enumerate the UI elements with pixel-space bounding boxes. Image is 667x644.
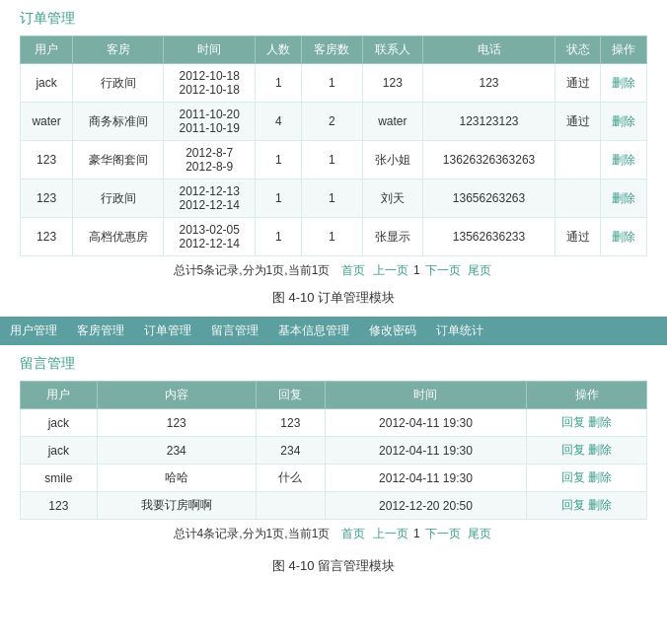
order-room: 行政间: [73, 64, 164, 103]
nav-item-4[interactable]: 基本信息管理: [268, 317, 359, 345]
navigation-bar: 用户管理客房管理订单管理留言管理基本信息管理修改密码订单统计: [0, 317, 667, 345]
order-time: 2012-8-72012-8-9: [163, 141, 256, 179]
msg-last-page[interactable]: 尾页: [468, 527, 491, 540]
order-user: 123: [21, 218, 73, 256]
order-action[interactable]: 删除: [601, 103, 647, 141]
order-delete-link[interactable]: 删除: [612, 114, 635, 128]
msg-col-user: 用户: [21, 382, 98, 409]
msg-action-link[interactable]: 回复: [561, 415, 585, 429]
message-pagination: 总计4条记录,分为1页,当前1页 首页 上一页 1 下一页 尾页: [20, 520, 647, 546]
msg-action-link[interactable]: 删除: [588, 443, 612, 457]
order-contact: 刘天: [362, 179, 423, 218]
order-section-title: 订单管理: [20, 10, 647, 28]
msg-content: 我要订房啊啊: [97, 492, 256, 520]
msg-action[interactable]: 回复 删除: [527, 409, 647, 437]
order-action[interactable]: 删除: [601, 218, 647, 256]
order-table-row: 123 行政间 2012-12-132012-12-14 1 1 刘天 1365…: [21, 179, 647, 218]
msg-action-link[interactable]: 删除: [588, 498, 612, 512]
order-phone: 123: [423, 64, 556, 103]
msg-first-page[interactable]: 首页: [341, 527, 365, 540]
order-phone: 13562636233: [423, 218, 556, 256]
nav-item-5[interactable]: 修改密码: [359, 317, 426, 345]
order-room: 豪华阁套间: [73, 141, 164, 179]
order-table: 用户 客房 时间 人数 客房数 联系人 电话 状态 操作 jack 行政间 20…: [20, 36, 647, 256]
order-action[interactable]: 删除: [601, 179, 647, 218]
msg-time: 2012-04-11 19:30: [325, 409, 526, 437]
order-management-section: 订单管理 用户 客房 时间 人数 客房数 联系人 电话 状态 操作 jack 行…: [0, 0, 667, 283]
order-status: 通过: [555, 64, 601, 103]
msg-action-link[interactable]: 回复: [561, 470, 585, 484]
message-management-section: 留言管理 用户 内容 回复 时间 操作 jack 123 123 2012-04…: [0, 345, 667, 551]
order-room: 商务标准间: [73, 103, 164, 141]
order-room: 高档优惠房: [73, 218, 164, 256]
order-rooms: 1: [301, 141, 362, 179]
order-action[interactable]: 删除: [601, 64, 647, 103]
order-action[interactable]: 删除: [601, 141, 647, 179]
msg-col-reply: 回复: [256, 382, 325, 409]
order-time: 2012-10-182012-10-18: [163, 64, 256, 103]
col-phone: 电话: [423, 36, 556, 64]
col-action: 操作: [601, 36, 647, 64]
msg-action-link[interactable]: 回复: [561, 443, 585, 457]
msg-col-content: 内容: [97, 382, 256, 409]
order-delete-link[interactable]: 删除: [612, 191, 635, 205]
col-room-count: 客房数: [301, 36, 362, 64]
order-delete-link[interactable]: 删除: [612, 76, 635, 90]
order-contact: 张小姐: [362, 141, 423, 179]
msg-user: jack: [21, 409, 98, 437]
order-time: 2011-10-202011-10-19: [163, 103, 256, 141]
col-time: 时间: [163, 36, 256, 64]
order-contact: 张显示: [362, 218, 423, 256]
order-people: 1: [256, 141, 302, 179]
order-first-page[interactable]: 首页: [341, 263, 365, 277]
nav-item-1[interactable]: 客房管理: [67, 317, 134, 345]
order-time: 2012-12-132012-12-14: [163, 179, 256, 218]
order-status: 通过: [555, 103, 601, 141]
order-time: 2013-02-052012-12-14: [163, 218, 256, 256]
order-next-page[interactable]: 下一页: [425, 263, 461, 277]
message-figure-label: 图 4-10 留言管理模块: [0, 551, 667, 585]
msg-col-action: 操作: [527, 382, 647, 409]
msg-action-link[interactable]: 删除: [588, 470, 612, 484]
msg-action[interactable]: 回复 删除: [527, 492, 647, 520]
order-status: [555, 141, 601, 179]
message-table-row: jack 234 234 2012-04-11 19:30 回复 删除: [21, 437, 647, 465]
order-prev-page[interactable]: 上一页: [373, 263, 408, 277]
msg-col-time: 时间: [325, 382, 526, 409]
order-people: 1: [256, 64, 302, 103]
order-rooms: 1: [301, 218, 362, 256]
order-user: 123: [21, 179, 73, 218]
msg-action-link[interactable]: 删除: [588, 415, 612, 429]
message-table-header: 用户 内容 回复 时间 操作: [21, 382, 647, 409]
order-delete-link[interactable]: 删除: [612, 230, 635, 244]
order-table-row: water 商务标准间 2011-10-202011-10-19 4 2 wat…: [21, 103, 647, 141]
nav-item-0[interactable]: 用户管理: [0, 317, 67, 345]
col-user: 用户: [21, 36, 73, 64]
order-user: water: [21, 103, 73, 141]
msg-user: 123: [21, 492, 98, 520]
order-people: 1: [256, 218, 302, 256]
order-table-row: 123 豪华阁套间 2012-8-72012-8-9 1 1 张小姐 13626…: [21, 141, 647, 179]
col-contact: 联系人: [362, 36, 423, 64]
order-people: 4: [256, 103, 302, 141]
msg-reply: 234: [256, 437, 325, 465]
msg-reply: 什么: [256, 465, 325, 492]
nav-item-3[interactable]: 留言管理: [201, 317, 268, 345]
msg-next-page[interactable]: 下一页: [425, 527, 461, 540]
col-status: 状态: [555, 36, 601, 64]
msg-reply: 123: [256, 409, 325, 437]
msg-action-link[interactable]: 回复: [561, 498, 585, 512]
msg-time: 2012-12-20 20:50: [325, 492, 526, 520]
order-pagination: 总计5条记录,分为1页,当前1页 首页 上一页 1 下一页 尾页: [20, 256, 647, 283]
msg-user: jack: [21, 437, 98, 465]
nav-item-2[interactable]: 订单管理: [134, 317, 201, 345]
msg-user: smile: [21, 465, 98, 492]
order-last-page[interactable]: 尾页: [468, 263, 491, 277]
col-room: 客房: [73, 36, 164, 64]
msg-action[interactable]: 回复 删除: [527, 465, 647, 492]
order-delete-link[interactable]: 删除: [612, 153, 635, 167]
msg-prev-page[interactable]: 上一页: [373, 527, 408, 540]
message-pagination-text: 总计4条记录,分为1页,当前1页: [174, 527, 336, 540]
nav-item-6[interactable]: 订单统计: [426, 317, 493, 345]
msg-action[interactable]: 回复 删除: [527, 437, 647, 465]
